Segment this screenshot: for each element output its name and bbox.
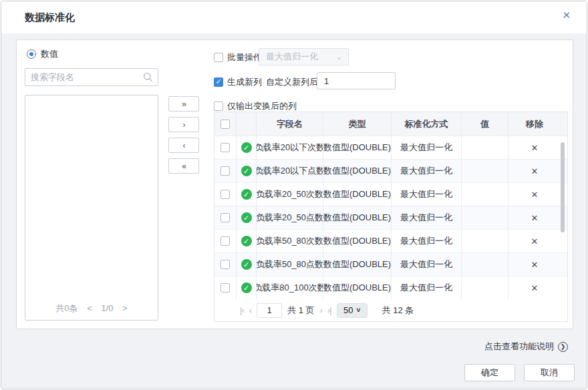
row-type: 数值型(DOUBLE) [323,160,392,182]
next-page-icon[interactable]: › [320,305,322,315]
row-field-name: 负载率80_100次数 [257,276,323,299]
table-row: ✓负载率20_50次数数值型(DOUBLE)最大值归一化✕ [214,183,567,206]
batch-method-select[interactable]: 最大值归一化 ⌄ [259,48,349,65]
row-field-name: 负载率20以下点数 [257,160,323,182]
page-size-value: 50 [343,305,353,315]
row-checkbox[interactable] [214,206,237,229]
list-prev-icon[interactable]: < [87,303,92,313]
field-header-cell: 字段名 [257,112,323,136]
row-status-icon: ✓ [237,253,257,276]
batch-operation-label: 批量操作 [227,51,262,63]
row-status-icon: ✓ [237,160,257,182]
select-all-cell [214,112,237,136]
select-all-checkbox[interactable] [220,120,230,129]
page-number-input[interactable]: 1 [257,303,282,318]
table-body: ✓负载率20以下次数数值型(DOUBLE)最大值归一化✕✓负载率20以下点数数值… [214,136,567,300]
table-header-row: 字段名 类型 标准化方式 值 移除 [214,112,567,136]
cancel-button[interactable]: 取消 [524,364,575,381]
dialog-header: 数据标准化 ✕ [1,1,587,33]
row-remove-button[interactable]: ✕ [508,160,561,182]
move-all-left-button[interactable]: « [168,158,199,174]
row-remove-button[interactable]: ✕ [508,206,561,229]
only-output-checkbox[interactable] [214,102,223,111]
row-type: 数值型(DOUBLE) [323,206,392,229]
row-checkbox[interactable] [214,230,237,252]
move-all-right-button[interactable]: » [168,96,199,112]
list-next-icon[interactable]: > [122,303,128,313]
batch-operation-checkbox[interactable] [214,53,223,62]
row-type: 数值型(DOUBLE) [323,253,392,276]
list-page-indicator: 1/0 [101,303,113,313]
table-pagination: |‹ ‹ 1 共 1 页 › ›| 50 ˅ 共 12 条 [214,299,567,321]
row-method: 最大值归一化 [392,230,462,252]
last-page-icon[interactable]: ›| [327,305,331,315]
numeric-radio[interactable] [27,49,36,59]
row-remove-button[interactable]: ✕ [508,183,561,206]
only-output-label: 仅输出变换后的列 [227,100,297,112]
page-size-select[interactable]: 50 ˅ [337,303,368,318]
help-label: 点击查看功能说明 [484,341,554,353]
table-row: ✓负载率50_80次数数值型(DOUBLE)最大值归一化✕ [214,230,567,253]
data-normalization-dialog: 数据标准化 ✕ 数值 共0条 < 1/0 > » › ‹ [1,1,587,389]
row-checkbox[interactable] [214,160,237,182]
chevron-down-icon: ⌄ [336,49,342,65]
row-value [462,183,508,206]
method-header-cell: 标准化方式 [392,112,462,136]
available-fields-list[interactable]: 共0条 < 1/0 > [25,95,158,321]
numeric-radio-label: 数值 [41,48,58,60]
help-arrow-icon: ❯ [558,342,568,352]
close-icon[interactable]: ✕ [562,10,571,20]
fields-table: 字段名 类型 标准化方式 值 移除 ✓负载率20以下次数数值型(DOUBLE)最… [214,112,568,322]
search-input[interactable] [31,69,138,85]
batch-method-value: 最大值归一化 [266,51,318,61]
row-method: 最大值归一化 [392,136,462,159]
table-row: ✓负载率20以下点数数值型(DOUBLE)最大值归一化✕ [214,160,567,183]
ok-button[interactable]: 确定 [464,364,515,381]
first-page-icon[interactable]: |‹ [240,305,244,315]
new-column-label: 生成新列 [227,76,262,88]
dialog-title: 数据标准化 [25,11,75,24]
table-row: ✓负载率20以下次数数值型(DOUBLE)最大值归一化✕ [214,136,567,160]
row-type: 数值型(DOUBLE) [323,276,392,299]
row-value [462,206,508,229]
row-value [462,276,508,299]
row-method: 最大值归一化 [392,160,462,182]
row-status-icon: ✓ [237,206,257,229]
total-items-label: 共 12 条 [382,305,414,317]
move-left-button[interactable]: ‹ [168,138,199,153]
row-checkbox[interactable] [214,276,237,299]
type-header-cell: 类型 [323,112,392,136]
row-field-name: 负载率20以下次数 [257,136,323,159]
row-value [462,230,508,252]
row-remove-button[interactable]: ✕ [508,253,561,276]
row-status-icon: ✓ [237,276,257,299]
row-type: 数值型(DOUBLE) [323,183,392,206]
field-search [25,68,158,86]
prev-page-icon[interactable]: ‹ [249,305,251,315]
list-pagination: 共0条 < 1/0 > [25,303,158,315]
row-checkbox[interactable] [214,183,237,206]
row-checkbox[interactable] [214,253,237,276]
row-method: 最大值归一化 [392,206,462,229]
chevron-down-icon: ˅ [356,307,360,314]
row-type: 数值型(DOUBLE) [323,230,392,252]
row-type: 数值型(DOUBLE) [323,136,392,159]
suffix-input[interactable] [317,72,396,89]
new-column-row: 生成新列 自定义新列后缀 [214,76,327,88]
move-right-button[interactable]: › [168,117,199,132]
row-value [462,160,508,182]
help-link[interactable]: 点击查看功能说明 ❯ [484,341,568,353]
row-remove-button[interactable]: ✕ [508,136,561,159]
row-checkbox[interactable] [214,136,237,159]
table-row: ✓负载率50_80点数数值型(DOUBLE)最大值归一化✕ [214,253,567,276]
value-header-cell: 值 [462,112,508,136]
row-field-name: 负载率50_80次数 [257,230,323,252]
table-scrollbar[interactable] [561,142,565,232]
row-remove-button[interactable]: ✕ [508,276,561,299]
row-method: 最大值归一化 [392,183,462,206]
row-remove-button[interactable]: ✕ [508,230,561,252]
content-panel: 数值 共0条 < 1/0 > » › ‹ « 批量操作 [16,39,573,329]
total-pages-label: 共 1 页 [287,305,314,317]
row-status-icon: ✓ [237,183,257,206]
new-column-checkbox[interactable] [214,77,223,87]
